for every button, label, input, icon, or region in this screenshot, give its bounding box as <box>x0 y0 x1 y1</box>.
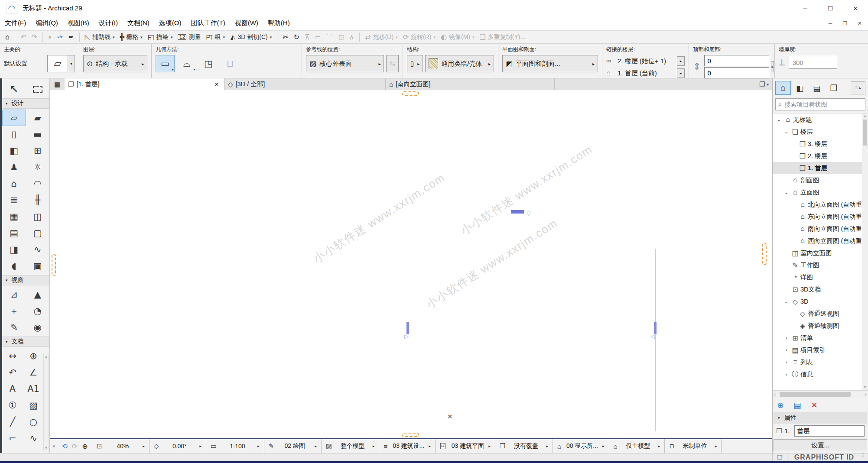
geometry-chained[interactable]: ⊔ <box>221 55 240 72</box>
properties-header[interactable]: ▾ 属性 <box>774 412 867 424</box>
text-tool[interactable]: A <box>2 381 23 397</box>
palette-toggle-icon[interactable]: ❐ <box>773 453 787 461</box>
elevation-marker-selected[interactable] <box>511 210 524 214</box>
detail-tool[interactable]: ◔ <box>26 303 50 319</box>
resize-grip[interactable]: ⠿ <box>861 454 867 460</box>
top-bottom-flyout-button[interactable]: ▸ <box>771 61 774 72</box>
maximize-button[interactable]: ☐ <box>818 0 843 16</box>
building-material-button[interactable]: 通用类墙/壳体 ▸ <box>425 55 494 72</box>
rotate-button[interactable]: ⟳ 旋转(R) ▾ <box>401 32 438 43</box>
doc-close-button[interactable]: ✕ <box>853 18 866 29</box>
guidelines-button[interactable]: ◺ 辅助线 ▾ <box>83 32 117 43</box>
scrollbar-thumb[interactable] <box>780 392 851 397</box>
tree-expand-icon[interactable]: ⌄ <box>783 299 790 304</box>
doc-minimize-button[interactable]: ─ <box>824 18 837 29</box>
statusbar-expander[interactable]: ˅ <box>50 444 58 449</box>
worksheet-tool[interactable]: ✎ <box>2 319 26 336</box>
radial-dimension-tool[interactable]: ↶ <box>2 364 23 381</box>
home-button[interactable]: ⌂ <box>3 32 12 43</box>
scrollbar-thumb[interactable] <box>863 120 867 146</box>
level-dimension-tool[interactable]: ⊕ <box>23 348 44 364</box>
elevate-button[interactable]: ⊼ <box>302 32 312 43</box>
scroll-handle-bottom[interactable] <box>402 433 419 437</box>
default-settings-text[interactable]: 默认设置 <box>4 60 27 68</box>
mirror-button[interactable]: ◐ 镜像(M) ▾ <box>439 32 477 43</box>
scroll-handle-top[interactable] <box>402 91 419 96</box>
fill-tool[interactable]: ▨ <box>23 397 44 414</box>
measure-button[interactable]: 12 测量 <box>176 32 203 43</box>
zoom-in-button[interactable]: ⊕ <box>80 442 90 450</box>
tree-expand-icon[interactable]: ⌄ <box>783 129 790 135</box>
line-tool[interactable]: ╱ <box>2 414 23 430</box>
stretch-button[interactable]: ∧ <box>347 32 357 43</box>
bottom-link-flyout-button[interactable]: ▸ <box>677 68 685 78</box>
opening-tool[interactable]: ▢ <box>26 225 50 241</box>
tree-elevations[interactable]: ⌄ ⌂ 立面图 <box>773 186 862 198</box>
tree-elevation-south[interactable]: ⌂ 南向立面图 (自动重 <box>773 223 862 235</box>
tree-interior-elevations[interactable]: ◫ 室内立面图 <box>773 247 862 259</box>
freeform-tool[interactable]: ∿ <box>26 241 50 258</box>
orientation[interactable]: ◇ 0.00° ▸ <box>150 439 206 453</box>
toolbar-button[interactable] <box>79 32 80 42</box>
grid-snap-button[interactable]: ╬ 栅格 ▾ <box>118 32 145 43</box>
fillet-button[interactable]: ⌒ <box>324 32 335 43</box>
tab-3d-all[interactable]: ◇ [3D / 全部] <box>224 78 386 90</box>
zoom-forward-button[interactable]: ⟳ <box>70 442 80 450</box>
split-button[interactable]: ✂ <box>280 32 290 43</box>
tree-expand-icon[interactable]: › <box>783 359 790 365</box>
elevation-direction-marker[interactable]: ▽ <box>527 210 531 216</box>
palette-section-document[interactable]: ▾ 文档 <box>2 337 49 347</box>
scroll-down-icon[interactable]: ˅ <box>864 385 866 389</box>
scroll-up-icon[interactable]: ˄ <box>864 114 866 119</box>
tree-expand-icon[interactable]: ⌄ <box>783 190 790 195</box>
railing-tool[interactable]: ╫ <box>26 192 50 208</box>
tree-expand-icon[interactable]: ⌄ <box>775 117 783 123</box>
pen-set[interactable]: ✎ 02 绘图 ▸ <box>264 439 322 453</box>
elevation-tool[interactable]: ▲ <box>26 286 50 303</box>
elevation-line-top[interactable] <box>442 212 620 212</box>
door-tool[interactable]: ◧ <box>2 142 26 159</box>
camera-tool[interactable]: ◉ <box>26 319 50 336</box>
tab-overview-button[interactable]: ❐ ▾ <box>759 78 772 90</box>
stair-tool[interactable]: ≣ <box>2 192 26 208</box>
elevation-direction-marker[interactable]: ◁ <box>650 333 655 339</box>
zoom-select-button[interactable]: ⌖ <box>46 32 54 43</box>
minimize-button[interactable]: ─ <box>793 0 818 16</box>
beam-tool[interactable]: ▬ <box>26 126 50 142</box>
multiply-button[interactable]: ❏ 多重复制(Y)... <box>478 32 528 43</box>
trace-reference-button[interactable]: ◱ 描绘 ▾ <box>146 32 175 43</box>
mesh-tool[interactable]: ▤ <box>2 225 26 241</box>
tree-info[interactable]: › ⓘ 信息 <box>773 368 862 380</box>
menu-window[interactable]: 视窗(W) <box>230 16 263 30</box>
navigator-menu-button[interactable]: ≡ ▸ <box>851 81 865 94</box>
tree-project-indexes[interactable]: › ▤ 项目索引 <box>773 344 862 356</box>
zoom-back-button[interactable]: ⟲ <box>59 442 69 450</box>
resize-button[interactable]: ⊡ <box>336 32 346 43</box>
slab-tool[interactable]: ▰ <box>26 110 50 126</box>
window-tool[interactable]: ⊞ <box>26 142 50 159</box>
cutaway-3d-button[interactable]: ◭ 3D 剖切(C) ▾ <box>228 32 274 43</box>
doc-restore-button[interactable]: ❐ <box>839 18 852 29</box>
renovation-filter[interactable]: ⌂ 00 显示所... ▸ <box>553 439 609 453</box>
tree-stories-folder[interactable]: ⌄ ❏ 楼层 <box>773 126 862 138</box>
toolbar-button[interactable] <box>277 32 277 42</box>
tree-story-1[interactable]: ❐ 1. 首层 <box>773 162 862 174</box>
view-map-button[interactable]: ◧ <box>792 81 808 95</box>
curtain-wall-tool[interactable]: ▦ <box>2 208 26 225</box>
elevation-line-left[interactable] <box>408 249 408 431</box>
wall-tool[interactable]: ▱ <box>2 110 26 126</box>
geometry-curved[interactable]: ⌓ ▸ <box>177 55 196 72</box>
tree-sections[interactable]: ⌂ 剖面图 <box>773 174 862 186</box>
tree-worksheets[interactable]: ✎ 工作图 <box>773 259 862 271</box>
tree-3d[interactable]: ⌄ ◇ 3D <box>773 295 862 308</box>
marquee-tool[interactable] <box>26 81 50 97</box>
menu-teamwork[interactable]: 团队工作(T) <box>186 16 230 30</box>
layer-combination[interactable]: ≡ 03 建筑设... ▸ <box>379 439 435 453</box>
drawing-canvas[interactable]: 小小软件迷 www.xxrjm.com 小小软件迷 www.xxrjm.com … <box>50 90 772 438</box>
tree-elevation-east[interactable]: ⌂ 东向立面图 (自动重 <box>773 210 862 223</box>
bottom-offset-input[interactable] <box>704 67 769 78</box>
structure-type-button[interactable]: ▯ ▸ <box>407 55 423 72</box>
interior-elevation-tool[interactable]: ＋ <box>2 303 26 319</box>
spline-tool[interactable]: ∿ <box>23 430 44 447</box>
lamp-tool[interactable]: ☼ <box>26 159 50 175</box>
